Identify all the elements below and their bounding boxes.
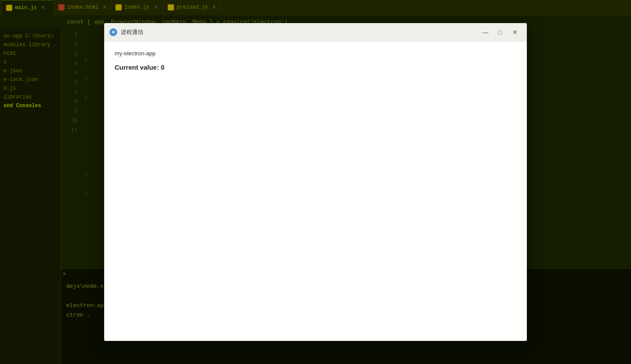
dialog-window-controls: — □ ✕ (479, 28, 522, 37)
current-value-number: 0 (161, 64, 164, 71)
dialog-content: my-electron-app Current value: 0 (104, 41, 527, 341)
dialog-current-value-display: Current value: 0 (115, 64, 516, 71)
dialog-title-text: 进程通信 (121, 28, 479, 36)
dialog-maximize-button[interactable]: □ (494, 28, 507, 37)
ipc-dialog: ● 进程通信 — □ ✕ my-electron-app Current val… (104, 23, 527, 341)
dialog-titlebar: ● 进程通信 — □ ✕ (104, 23, 527, 41)
dialog-app-icon: ● (109, 28, 117, 36)
current-value-label: Current value: (115, 64, 159, 71)
dialog-subtitle: my-electron-app (115, 50, 516, 57)
dialog-close-button[interactable]: ✕ (509, 28, 522, 37)
dialog-overlay: ● 进程通信 — □ ✕ my-electron-app Current val… (0, 0, 631, 364)
dialog-minimize-button[interactable]: — (479, 28, 492, 37)
